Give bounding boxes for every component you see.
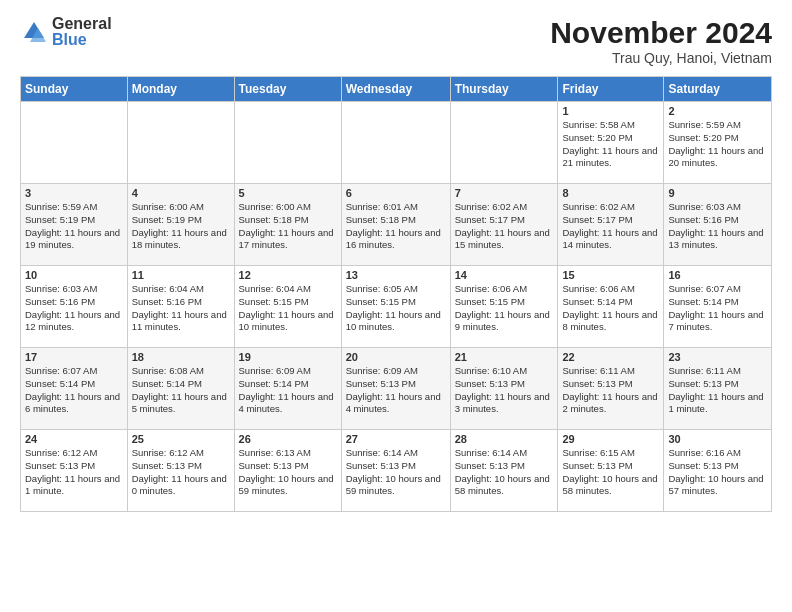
- calendar-cell: [341, 102, 450, 184]
- calendar-cell: 12Sunrise: 6:04 AM Sunset: 5:15 PM Dayli…: [234, 266, 341, 348]
- calendar-week-2: 3Sunrise: 5:59 AM Sunset: 5:19 PM Daylig…: [21, 184, 772, 266]
- day-info: Sunrise: 6:15 AM Sunset: 5:13 PM Dayligh…: [562, 447, 659, 498]
- calendar-cell: 30Sunrise: 6:16 AM Sunset: 5:13 PM Dayli…: [664, 430, 772, 512]
- day-info: Sunrise: 5:59 AM Sunset: 5:19 PM Dayligh…: [25, 201, 123, 252]
- day-number: 14: [455, 269, 554, 281]
- header-day-saturday: Saturday: [664, 77, 772, 102]
- day-info: Sunrise: 6:01 AM Sunset: 5:18 PM Dayligh…: [346, 201, 446, 252]
- calendar-week-3: 10Sunrise: 6:03 AM Sunset: 5:16 PM Dayli…: [21, 266, 772, 348]
- calendar-cell: 27Sunrise: 6:14 AM Sunset: 5:13 PM Dayli…: [341, 430, 450, 512]
- header: General Blue November 2024 Trau Quy, Han…: [20, 16, 772, 66]
- day-number: 6: [346, 187, 446, 199]
- day-number: 4: [132, 187, 230, 199]
- day-number: 28: [455, 433, 554, 445]
- day-number: 9: [668, 187, 767, 199]
- calendar-cell: 8Sunrise: 6:02 AM Sunset: 5:17 PM Daylig…: [558, 184, 664, 266]
- calendar-cell: 24Sunrise: 6:12 AM Sunset: 5:13 PM Dayli…: [21, 430, 128, 512]
- calendar-cell: [21, 102, 128, 184]
- day-info: Sunrise: 6:08 AM Sunset: 5:14 PM Dayligh…: [132, 365, 230, 416]
- logo-blue: Blue: [52, 32, 112, 48]
- calendar-cell: 10Sunrise: 6:03 AM Sunset: 5:16 PM Dayli…: [21, 266, 128, 348]
- day-number: 30: [668, 433, 767, 445]
- day-number: 22: [562, 351, 659, 363]
- calendar-cell: 4Sunrise: 6:00 AM Sunset: 5:19 PM Daylig…: [127, 184, 234, 266]
- calendar-cell: 25Sunrise: 6:12 AM Sunset: 5:13 PM Dayli…: [127, 430, 234, 512]
- day-info: Sunrise: 6:07 AM Sunset: 5:14 PM Dayligh…: [25, 365, 123, 416]
- day-info: Sunrise: 6:05 AM Sunset: 5:15 PM Dayligh…: [346, 283, 446, 334]
- header-row: SundayMondayTuesdayWednesdayThursdayFrid…: [21, 77, 772, 102]
- day-info: Sunrise: 6:14 AM Sunset: 5:13 PM Dayligh…: [346, 447, 446, 498]
- calendar-cell: 18Sunrise: 6:08 AM Sunset: 5:14 PM Dayli…: [127, 348, 234, 430]
- calendar-cell: 14Sunrise: 6:06 AM Sunset: 5:15 PM Dayli…: [450, 266, 558, 348]
- header-day-monday: Monday: [127, 77, 234, 102]
- day-info: Sunrise: 6:00 AM Sunset: 5:18 PM Dayligh…: [239, 201, 337, 252]
- day-info: Sunrise: 6:03 AM Sunset: 5:16 PM Dayligh…: [25, 283, 123, 334]
- logo: General Blue: [20, 16, 112, 48]
- day-info: Sunrise: 6:16 AM Sunset: 5:13 PM Dayligh…: [668, 447, 767, 498]
- day-info: Sunrise: 6:02 AM Sunset: 5:17 PM Dayligh…: [455, 201, 554, 252]
- calendar-cell: 22Sunrise: 6:11 AM Sunset: 5:13 PM Dayli…: [558, 348, 664, 430]
- day-number: 29: [562, 433, 659, 445]
- calendar-cell: 28Sunrise: 6:14 AM Sunset: 5:13 PM Dayli…: [450, 430, 558, 512]
- calendar-header: SundayMondayTuesdayWednesdayThursdayFrid…: [21, 77, 772, 102]
- day-info: Sunrise: 6:02 AM Sunset: 5:17 PM Dayligh…: [562, 201, 659, 252]
- day-info: Sunrise: 6:09 AM Sunset: 5:13 PM Dayligh…: [346, 365, 446, 416]
- day-info: Sunrise: 6:04 AM Sunset: 5:16 PM Dayligh…: [132, 283, 230, 334]
- day-number: 3: [25, 187, 123, 199]
- calendar-cell: 9Sunrise: 6:03 AM Sunset: 5:16 PM Daylig…: [664, 184, 772, 266]
- day-number: 13: [346, 269, 446, 281]
- calendar-cell: 20Sunrise: 6:09 AM Sunset: 5:13 PM Dayli…: [341, 348, 450, 430]
- day-info: Sunrise: 6:12 AM Sunset: 5:13 PM Dayligh…: [132, 447, 230, 498]
- day-number: 27: [346, 433, 446, 445]
- header-day-friday: Friday: [558, 77, 664, 102]
- day-number: 10: [25, 269, 123, 281]
- day-info: Sunrise: 6:07 AM Sunset: 5:14 PM Dayligh…: [668, 283, 767, 334]
- day-info: Sunrise: 6:13 AM Sunset: 5:13 PM Dayligh…: [239, 447, 337, 498]
- page: General Blue November 2024 Trau Quy, Han…: [0, 0, 792, 612]
- logo-general: General: [52, 16, 112, 32]
- day-info: Sunrise: 6:04 AM Sunset: 5:15 PM Dayligh…: [239, 283, 337, 334]
- calendar-cell: [450, 102, 558, 184]
- day-number: 5: [239, 187, 337, 199]
- title-block: November 2024 Trau Quy, Hanoi, Vietnam: [550, 16, 772, 66]
- day-number: 15: [562, 269, 659, 281]
- day-number: 25: [132, 433, 230, 445]
- calendar-cell: 5Sunrise: 6:00 AM Sunset: 5:18 PM Daylig…: [234, 184, 341, 266]
- day-number: 17: [25, 351, 123, 363]
- calendar-cell: 17Sunrise: 6:07 AM Sunset: 5:14 PM Dayli…: [21, 348, 128, 430]
- calendar-week-1: 1Sunrise: 5:58 AM Sunset: 5:20 PM Daylig…: [21, 102, 772, 184]
- day-number: 16: [668, 269, 767, 281]
- logo-icon: [20, 18, 48, 46]
- day-number: 8: [562, 187, 659, 199]
- day-number: 1: [562, 105, 659, 117]
- day-number: 18: [132, 351, 230, 363]
- day-info: Sunrise: 6:11 AM Sunset: 5:13 PM Dayligh…: [562, 365, 659, 416]
- calendar-cell: 29Sunrise: 6:15 AM Sunset: 5:13 PM Dayli…: [558, 430, 664, 512]
- calendar-cell: [234, 102, 341, 184]
- header-day-tuesday: Tuesday: [234, 77, 341, 102]
- day-number: 19: [239, 351, 337, 363]
- header-day-wednesday: Wednesday: [341, 77, 450, 102]
- day-info: Sunrise: 5:58 AM Sunset: 5:20 PM Dayligh…: [562, 119, 659, 170]
- calendar-table: SundayMondayTuesdayWednesdayThursdayFrid…: [20, 76, 772, 512]
- day-number: 2: [668, 105, 767, 117]
- day-number: 7: [455, 187, 554, 199]
- logo-text: General Blue: [52, 16, 112, 48]
- day-number: 23: [668, 351, 767, 363]
- day-info: Sunrise: 6:09 AM Sunset: 5:14 PM Dayligh…: [239, 365, 337, 416]
- day-number: 26: [239, 433, 337, 445]
- calendar-cell: [127, 102, 234, 184]
- calendar-cell: 3Sunrise: 5:59 AM Sunset: 5:19 PM Daylig…: [21, 184, 128, 266]
- calendar-cell: 21Sunrise: 6:10 AM Sunset: 5:13 PM Dayli…: [450, 348, 558, 430]
- day-info: Sunrise: 6:00 AM Sunset: 5:19 PM Dayligh…: [132, 201, 230, 252]
- calendar-cell: 6Sunrise: 6:01 AM Sunset: 5:18 PM Daylig…: [341, 184, 450, 266]
- calendar-week-5: 24Sunrise: 6:12 AM Sunset: 5:13 PM Dayli…: [21, 430, 772, 512]
- calendar-cell: 7Sunrise: 6:02 AM Sunset: 5:17 PM Daylig…: [450, 184, 558, 266]
- header-day-thursday: Thursday: [450, 77, 558, 102]
- calendar-cell: 15Sunrise: 6:06 AM Sunset: 5:14 PM Dayli…: [558, 266, 664, 348]
- calendar-cell: 11Sunrise: 6:04 AM Sunset: 5:16 PM Dayli…: [127, 266, 234, 348]
- calendar-cell: 1Sunrise: 5:58 AM Sunset: 5:20 PM Daylig…: [558, 102, 664, 184]
- calendar-week-4: 17Sunrise: 6:07 AM Sunset: 5:14 PM Dayli…: [21, 348, 772, 430]
- calendar-title: November 2024: [550, 16, 772, 50]
- calendar-body: 1Sunrise: 5:58 AM Sunset: 5:20 PM Daylig…: [21, 102, 772, 512]
